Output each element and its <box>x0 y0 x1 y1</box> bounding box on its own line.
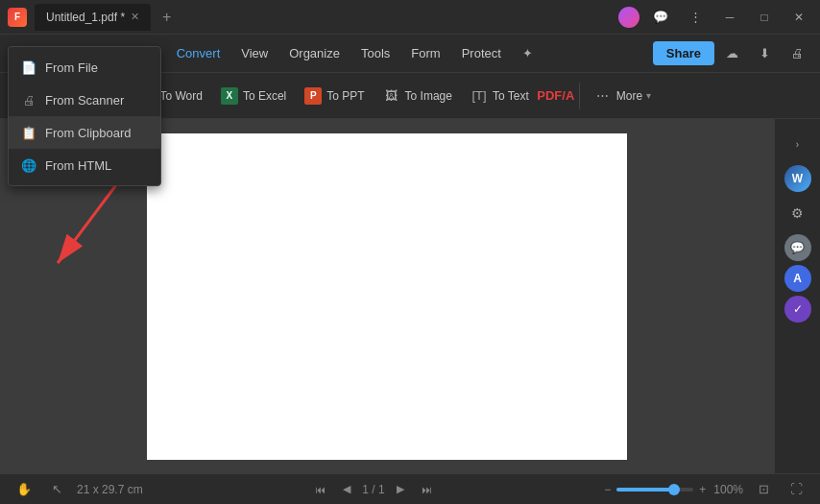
ppt-icon: P <box>303 86 323 106</box>
menu-protect[interactable]: Protect <box>452 41 511 65</box>
sidebar-text-avatar[interactable]: A <box>784 265 811 292</box>
document-dimensions: 21 x 29.7 cm <box>77 483 143 496</box>
fit-page-icon[interactable]: ⊡ <box>751 477 776 502</box>
to-image-button[interactable]: 🖼 To Image <box>374 82 460 110</box>
sidebar-word-avatar[interactable]: W <box>784 165 811 192</box>
to-image-label: To Image <box>405 89 452 103</box>
from-scanner-label: From Scanner <box>45 93 124 108</box>
sidebar-check-avatar[interactable]: ✓ <box>784 296 811 323</box>
from-clipboard-label: From Clipboard <box>45 126 132 140</box>
more-button[interactable]: ⋯ More ▾ <box>586 82 659 110</box>
zoom-out-icon[interactable]: − <box>604 483 611 496</box>
menu-organize[interactable]: Organize <box>279 41 350 65</box>
toolbar-divider <box>579 83 580 109</box>
settings-icon-btn[interactable]: ⋮ <box>682 4 709 31</box>
zoom-control[interactable]: − + <box>604 483 706 496</box>
zoom-slider-track[interactable] <box>616 488 693 492</box>
tab-close-button[interactable]: ✕ <box>131 11 139 23</box>
zoom-percent: 100% <box>713 483 743 496</box>
scanner-icon: 🖨 <box>20 91 37 108</box>
from-file-label: From File <box>45 60 98 75</box>
new-tab-button[interactable]: + <box>162 9 171 26</box>
from-scanner-item[interactable]: 🖨 From Scanner <box>9 84 160 116</box>
create-pdf-dropdown: 📄 From File 🖨 From Scanner 📋 From Clipbo… <box>8 46 161 186</box>
text-icon: [T] <box>470 86 489 106</box>
prev-page-button[interactable]: ◀ <box>335 478 358 501</box>
from-html-label: From HTML <box>45 158 111 173</box>
to-excel-label: To Excel <box>243 89 286 103</box>
sidebar-expand-btn[interactable]: › <box>781 127 815 161</box>
more-icon: ⋯ <box>593 86 613 106</box>
to-word-label: To Word <box>159 89 202 103</box>
menu-convert[interactable]: Convert <box>167 41 230 65</box>
last-page-button[interactable]: ⏭ <box>416 478 439 501</box>
menu-form[interactable]: Form <box>401 41 449 65</box>
to-excel-button[interactable]: X To Excel <box>212 82 294 110</box>
download-icon-btn[interactable]: ⬇ <box>749 38 780 69</box>
to-text-label: To Text <box>493 89 529 103</box>
star-icon-btn[interactable]: ✦ <box>513 38 543 69</box>
maximize-button[interactable]: □ <box>751 4 778 31</box>
from-file-item[interactable]: 📄 From File <box>9 51 160 84</box>
more-chevron-icon: ▾ <box>646 90 651 101</box>
first-page-button[interactable]: ⏮ <box>308 478 331 501</box>
more-label: More <box>616 89 642 103</box>
sidebar-chat-avatar[interactable]: 💬 <box>784 234 811 261</box>
app-icon: F <box>8 8 27 27</box>
html-icon: 🌐 <box>20 156 37 174</box>
pdf-page <box>147 133 627 460</box>
minimize-button[interactable]: ─ <box>716 4 743 31</box>
cursor-tool-icon[interactable]: ↖ <box>44 477 69 502</box>
sidebar-settings-icon[interactable]: ⚙ <box>781 196 815 230</box>
clipboard-icon: 📋 <box>20 124 37 141</box>
cloud-upload-icon-btn[interactable]: ☁ <box>716 38 747 69</box>
next-page-button[interactable]: ▶ <box>389 478 412 501</box>
menu-view[interactable]: View <box>231 41 277 65</box>
image-icon: 🖼 <box>382 86 401 106</box>
right-sidebar: › W ⚙ 💬 A ✓ <box>774 119 820 473</box>
to-text-button[interactable]: [T] To Text <box>462 82 537 110</box>
fullscreen-icon[interactable]: ⛶ <box>784 477 808 502</box>
titlebar: F Untitled_1.pdf * ✕ + 💬 ⋮ ─ □ ✕ <box>0 0 820 35</box>
page-navigation: ⏮ ◀ 1 / 1 ▶ ⏭ <box>308 478 438 501</box>
to-pdfa-button[interactable]: PDF/A <box>539 82 573 110</box>
active-tab[interactable]: Untitled_1.pdf * ✕ <box>35 4 151 31</box>
chat-icon-btn[interactable]: 💬 <box>647 4 674 31</box>
zoom-slider-fill <box>616 488 674 492</box>
hand-tool-icon[interactable]: ✋ <box>12 477 36 502</box>
from-html-item[interactable]: 🌐 From HTML <box>9 149 160 181</box>
excel-icon: X <box>220 86 239 106</box>
close-button[interactable]: ✕ <box>785 4 812 31</box>
share-button[interactable]: Share <box>653 41 714 65</box>
pdf-icon: PDF/A <box>546 86 566 106</box>
zoom-in-icon[interactable]: + <box>699 483 706 496</box>
print-icon-btn[interactable]: 🖨 <box>782 38 812 69</box>
tab-title: Untitled_1.pdf * <box>46 11 125 24</box>
user-avatar[interactable] <box>618 7 639 28</box>
zoom-slider-thumb[interactable] <box>668 484 680 495</box>
statusbar: ✋ ↖ 21 x 29.7 cm ⏮ ◀ 1 / 1 ▶ ⏭ − + 100% … <box>0 473 820 504</box>
menu-tools[interactable]: Tools <box>351 41 399 65</box>
to-ppt-label: To PPT <box>326 89 364 103</box>
page-info: 1 / 1 <box>362 483 384 496</box>
to-ppt-button[interactable]: P To PPT <box>296 82 372 110</box>
file-icon: 📄 <box>20 59 37 76</box>
from-clipboard-item[interactable]: 📋 From Clipboard <box>9 116 160 149</box>
